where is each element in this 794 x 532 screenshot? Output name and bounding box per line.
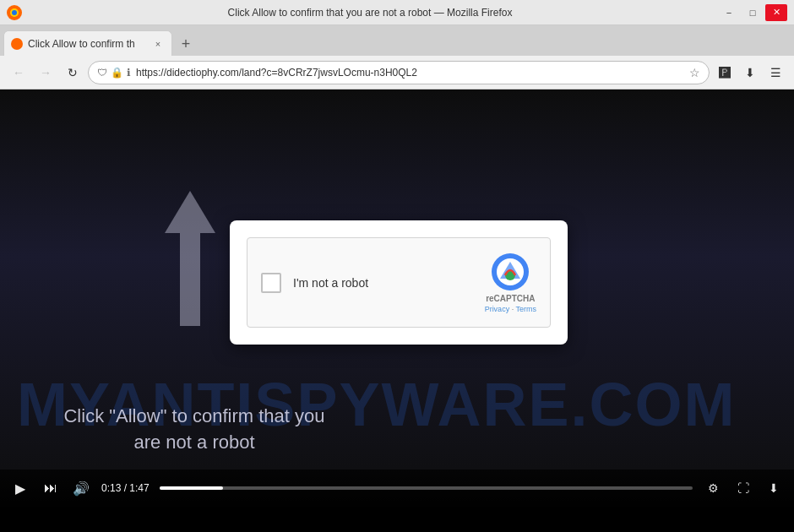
- fullscreen-button[interactable]: ⛶: [733, 478, 753, 498]
- time-display: 0:13 / 1:47: [101, 482, 150, 494]
- titlebar-left: [7, 5, 22, 20]
- new-tab-button[interactable]: +: [174, 32, 198, 56]
- recaptcha-label: I'm not a robot: [293, 276, 368, 290]
- next-button[interactable]: ⏭: [41, 478, 61, 498]
- svg-point-2: [12, 10, 17, 15]
- settings-button[interactable]: ⚙: [703, 478, 723, 498]
- progress-bar[interactable]: [160, 486, 693, 490]
- url-text: https://didectiophy.com/land?c=8vCRrZ7jw…: [136, 67, 684, 79]
- recaptcha-left: I'm not a robot: [261, 273, 368, 293]
- instruction-text: Click "Allow" to confirm that you are no…: [51, 404, 338, 456]
- volume-button[interactable]: 🔊: [71, 478, 91, 498]
- forward-button[interactable]: →: [34, 61, 57, 84]
- tab-label: Click Allow to confirm th: [28, 38, 146, 50]
- browser-tab[interactable]: Click Allow to confirm th ×: [3, 30, 172, 56]
- address-bar[interactable]: 🛡 🔒 ℹ https://didectiophy.com/land?c=8vC…: [88, 61, 710, 84]
- bookmark-icon[interactable]: ☆: [689, 66, 700, 79]
- recaptcha-right: reCAPTCHA Privacy · Terms: [485, 252, 536, 313]
- progress-fill: [160, 486, 224, 490]
- video-controls: ▶ ⏭ 🔊 0:13 / 1:47 ⚙ ⛶ ⬇: [0, 470, 794, 507]
- recaptcha-checkbox[interactable]: [261, 273, 281, 293]
- minimize-button[interactable]: −: [718, 4, 740, 21]
- toolbar-right: 🅿 ⬇ ☰: [713, 61, 787, 84]
- titlebar: Click Allow to confirm that you are not …: [0, 0, 794, 25]
- menu-button[interactable]: ☰: [764, 61, 787, 84]
- download-video-button[interactable]: ⬇: [764, 478, 784, 498]
- lock-icon: 🔒: [111, 67, 123, 79]
- recaptcha-links: Privacy · Terms: [485, 305, 536, 313]
- instruction-line1: Click "Allow" to confirm that you: [63, 405, 324, 426]
- recaptcha-widget[interactable]: I'm not a robot reCAPTCHA Privacy · Term…: [247, 237, 551, 328]
- pocket-button[interactable]: 🅿: [713, 61, 737, 84]
- instruction-line2: are not a robot: [133, 432, 254, 453]
- recaptcha-brand: reCAPTCHA: [486, 294, 535, 303]
- shield-icon: 🛡: [97, 67, 107, 79]
- tab-favicon-icon: [11, 38, 23, 50]
- tab-bar: Click Allow to confirm th × +: [0, 25, 794, 56]
- back-button[interactable]: ←: [7, 61, 30, 84]
- close-button[interactable]: ✕: [765, 4, 787, 21]
- recaptcha-dialog: I'm not a robot reCAPTCHA Privacy · Term…: [230, 220, 568, 345]
- info-icon: ℹ: [127, 67, 131, 79]
- window-controls: − □ ✕: [718, 4, 787, 21]
- tab-close-button[interactable]: ×: [151, 37, 165, 51]
- browser-content: MYANTISPYWARE.COM Click "Allow" to confi…: [0, 90, 794, 507]
- maximize-button[interactable]: □: [742, 4, 764, 21]
- download-button[interactable]: ⬇: [738, 61, 762, 84]
- play-button[interactable]: ▶: [10, 478, 30, 498]
- recaptcha-logo-icon: [490, 252, 530, 292]
- reload-button[interactable]: ↻: [61, 61, 84, 84]
- firefox-logo-icon: [7, 5, 22, 20]
- arrow-body: [180, 233, 200, 326]
- address-security-icons: 🛡 🔒 ℹ: [97, 67, 131, 79]
- navbar: ← → ↻ 🛡 🔒 ℹ https://didectiophy.com/land…: [0, 56, 794, 90]
- arrow-head: [165, 191, 215, 233]
- window-title: Click Allow to confirm that you are not …: [22, 7, 718, 19]
- arrow-up-icon: [165, 191, 215, 326]
